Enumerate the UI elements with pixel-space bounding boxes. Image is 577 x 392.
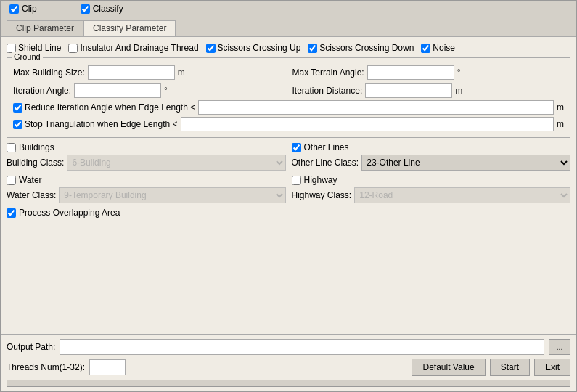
- exit-button[interactable]: Exit: [534, 359, 570, 376]
- threads-label: Threads Num(1-32):: [7, 362, 85, 372]
- output-row: Output Path: D:/Data/SectionData/ ...: [7, 339, 570, 355]
- building-class-row: Building Class: 6-Building: [7, 155, 286, 171]
- max-building-unit: m: [178, 68, 185, 78]
- ground-title: Ground: [12, 52, 43, 61]
- class-grid: Buildings Building Class: 6-Building Oth…: [7, 142, 570, 203]
- iteration-angle-row: Iteration Angle: 8 °: [13, 83, 285, 98]
- iteration-distance-input[interactable]: 1.4: [365, 83, 452, 98]
- overlap-checkbox[interactable]: [7, 208, 16, 218]
- scissors-up-label[interactable]: Scissors Crossing Up: [206, 43, 301, 53]
- options-row: Shield Line Insulator And Drainage Threa…: [7, 43, 570, 53]
- buildings-section: Buildings Building Class: 6-Building: [7, 142, 286, 171]
- building-class-label: Building Class:: [7, 158, 64, 168]
- tab-clip-parameter[interactable]: Clip Parameter: [7, 20, 83, 36]
- max-building-input[interactable]: 20: [88, 65, 175, 80]
- clip-checkbox[interactable]: [9, 4, 19, 14]
- highway-class-select[interactable]: 12-Road: [354, 187, 570, 203]
- insulator-checkbox[interactable]: [68, 44, 78, 53]
- water-section: Water Water Class: 9-Temporary Building: [7, 175, 286, 203]
- iteration-angle-label: Iteration Angle:: [13, 86, 71, 96]
- noise-text: Noise: [433, 43, 455, 53]
- highway-checkbox[interactable]: [292, 176, 301, 185]
- stop-text: Stop Triangulation when Edge Length <: [25, 119, 178, 129]
- shield-line-text: Shield Line: [18, 43, 61, 53]
- start-button[interactable]: Start: [490, 359, 530, 376]
- reduce-text: Reduce Iteration Angle when Edge Length …: [25, 102, 195, 113]
- shield-line-checkbox[interactable]: [7, 44, 16, 53]
- clip-checkbox-label[interactable]: Clip: [9, 4, 37, 14]
- reduce-row: Reduce Iteration Angle when Edge Length …: [13, 100, 564, 115]
- scissors-up-checkbox[interactable]: [206, 44, 216, 53]
- other-line-class-select[interactable]: 23-Other Line: [361, 155, 570, 171]
- max-terrain-unit: °: [457, 68, 461, 78]
- stop-input[interactable]: 2: [181, 117, 555, 131]
- scissors-down-checkbox[interactable]: [308, 44, 317, 53]
- max-terrain-input[interactable]: 88: [367, 65, 454, 80]
- iteration-angle-input[interactable]: 8: [74, 83, 161, 98]
- threads-row: Threads Num(1-32): 1 Default Value Start…: [7, 359, 570, 376]
- other-line-class-row: Other Line Class: 23-Other Line: [292, 155, 571, 171]
- reduce-input[interactable]: 5: [198, 100, 554, 115]
- iteration-distance-row: Iteration Distance: 1.4 m: [292, 83, 565, 98]
- reduce-checkbox-label[interactable]: Reduce Iteration Angle when Edge Length …: [13, 102, 195, 113]
- highway-checkbox-label[interactable]: Highway: [292, 175, 571, 185]
- water-checkbox-label[interactable]: Water: [7, 175, 286, 185]
- threads-input[interactable]: 1: [89, 359, 126, 375]
- classify-label: Classify: [93, 4, 123, 14]
- reduce-unit: m: [557, 102, 564, 113]
- noise-label[interactable]: Noise: [421, 43, 455, 53]
- scissors-up-text: Scissors Crossing Up: [218, 43, 301, 53]
- progress-bar: [7, 380, 570, 387]
- highway-class-label: Highway Class:: [292, 190, 352, 200]
- max-terrain-row: Max Terrain Angle: 88 °: [292, 65, 565, 80]
- max-terrain-label: Max Terrain Angle:: [292, 68, 364, 78]
- buildings-checkbox[interactable]: [7, 143, 16, 152]
- highway-section: Highway Highway Class: 12-Road: [292, 175, 571, 203]
- output-label: Output Path:: [7, 342, 55, 352]
- tab-classify-parameter[interactable]: Classify Parameter: [83, 20, 176, 36]
- shield-line-label[interactable]: Shield Line: [7, 43, 61, 53]
- insulator-label[interactable]: Insulator And Drainage Thread: [68, 43, 198, 53]
- clip-label: Clip: [22, 4, 37, 14]
- stop-unit: m: [557, 119, 564, 129]
- ground-group: Ground Max Building Size: 20 m Max Terra…: [7, 57, 570, 138]
- buildings-checkbox-label[interactable]: Buildings: [7, 142, 286, 152]
- water-class-label: Water Class:: [7, 190, 56, 200]
- classify-checkbox[interactable]: [81, 4, 90, 14]
- building-class-select[interactable]: 6-Building: [67, 155, 285, 171]
- scissors-down-text: Scissors Crossing Down: [319, 43, 414, 53]
- other-lines-checkbox-label[interactable]: Other Lines: [292, 142, 571, 152]
- other-line-class-label: Other Line Class:: [292, 158, 359, 168]
- stop-row: Stop Triangulation when Edge Length < 2 …: [13, 117, 564, 131]
- classify-checkbox-label[interactable]: Classify: [81, 4, 123, 14]
- max-building-row: Max Building Size: 20 m: [13, 65, 285, 80]
- bottom-area: Output Path: D:/Data/SectionData/ ... Th…: [1, 334, 576, 391]
- overlap-row: Process Overlapping Area: [7, 208, 570, 218]
- other-lines-text: Other Lines: [304, 142, 349, 152]
- water-checkbox[interactable]: [7, 176, 16, 185]
- stop-checkbox[interactable]: [13, 120, 22, 129]
- content-area: Shield Line Insulator And Drainage Threa…: [1, 37, 576, 334]
- iteration-distance-label: Iteration Distance:: [292, 86, 363, 96]
- iteration-angle-unit: °: [164, 86, 168, 96]
- highway-text: Highway: [304, 175, 337, 185]
- iteration-distance-unit: m: [455, 86, 462, 96]
- overlap-label: Process Overlapping Area: [19, 208, 120, 218]
- ground-form-grid: Max Building Size: 20 m Max Terrain Angl…: [13, 65, 564, 98]
- browse-button[interactable]: ...: [549, 339, 570, 355]
- default-value-button[interactable]: Default Value: [412, 359, 485, 376]
- stop-checkbox-label[interactable]: Stop Triangulation when Edge Length <: [13, 119, 178, 129]
- highway-class-row: Highway Class: 12-Road: [292, 187, 571, 203]
- tab-bar: Clip Parameter Classify Parameter: [1, 17, 576, 37]
- water-class-row: Water Class: 9-Temporary Building: [7, 187, 286, 203]
- scissors-down-label[interactable]: Scissors Crossing Down: [308, 43, 414, 53]
- max-building-label: Max Building Size:: [13, 68, 85, 78]
- noise-checkbox[interactable]: [421, 44, 430, 53]
- water-class-select[interactable]: 9-Temporary Building: [59, 187, 285, 203]
- insulator-text: Insulator And Drainage Thread: [80, 43, 198, 53]
- output-input[interactable]: D:/Data/SectionData/: [60, 339, 544, 355]
- threads-buttons: Default Value Start Exit: [412, 359, 570, 376]
- water-text: Water: [19, 175, 42, 185]
- reduce-checkbox[interactable]: [13, 103, 22, 113]
- other-lines-checkbox[interactable]: [292, 143, 301, 152]
